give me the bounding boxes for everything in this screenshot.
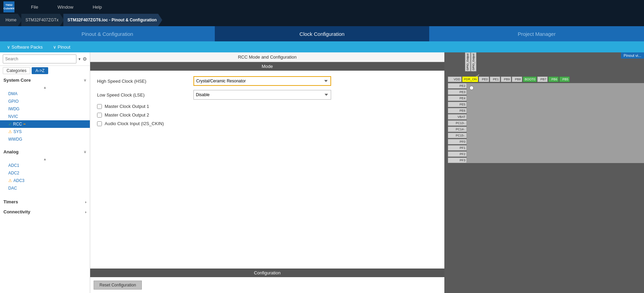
- sidebar-item-adc2[interactable]: ADC2: [0, 169, 90, 177]
- master-clock-2-label: Master Clock Output 2: [105, 112, 149, 118]
- tab-pinout[interactable]: Pinout & Configuration: [0, 26, 215, 41]
- sidebar-item-gpio[interactable]: GPIO: [0, 98, 90, 105]
- audio-clock-checkbox[interactable]: [97, 121, 102, 126]
- adc3-warning-icon: ⚠: [8, 178, 12, 183]
- sub-software-packs[interactable]: ∨ Software Packs: [7, 44, 43, 50]
- master-clock-1-checkbox[interactable]: [97, 104, 102, 109]
- connectivity-label: Connectivity: [3, 209, 30, 214]
- pin-boot0[interactable]: BOOT0: [523, 77, 537, 82]
- left-pin-pe2[interactable]: PE2: [448, 83, 467, 89]
- analog-arrow: ∨: [84, 150, 86, 154]
- breadcrumb-file[interactable]: STM32F407ZGT6.ioc - Pinout & Configurati…: [63, 14, 162, 26]
- sys-warning-icon: ⚠: [8, 129, 12, 134]
- left-pin-pf0[interactable]: PF0: [448, 139, 467, 144]
- hse-select[interactable]: Crystal/Ceramic Resonator Disable BYPASS…: [193, 76, 331, 86]
- scroll-up-arrow[interactable]: ▲: [0, 85, 90, 90]
- pin-pb6[interactable]: PB6: [548, 77, 559, 82]
- master-clock-1-label: Master Clock Output 1: [105, 104, 149, 109]
- mode-content: High Speed Clock (HSE) Crystal/Ceramic R…: [90, 71, 444, 135]
- section-connectivity[interactable]: Connectivity ›: [0, 208, 90, 216]
- left-pin-pe4[interactable]: PE4: [448, 95, 467, 101]
- section-timers[interactable]: Timers ›: [0, 198, 90, 206]
- left-pin-pf2[interactable]: PF2: [448, 151, 467, 157]
- tab-categories[interactable]: Categories: [3, 67, 30, 74]
- mode-bar: Mode: [90, 62, 444, 71]
- menu-help[interactable]: Help: [90, 3, 105, 11]
- sidebar-adc3-label: ADC3: [13, 178, 24, 183]
- breadcrumb-device[interactable]: STM32F407ZGTx: [21, 14, 64, 26]
- pinout-view-tab[interactable]: Pinout vi...: [621, 52, 644, 59]
- sidebar-item-iwdg[interactable]: IWDG: [0, 105, 90, 113]
- reset-config-button[interactable]: Reset Configuration: [94, 281, 142, 290]
- sidebar-item-dma[interactable]: DMA: [0, 90, 90, 98]
- gear-icon[interactable]: ⚙: [83, 56, 87, 62]
- tab-project[interactable]: Project Manager: [429, 26, 644, 41]
- menu-window[interactable]: Window: [55, 3, 76, 11]
- chip-left-pins: VDD PDR_ON PE0 PE1 PB9 PB8 BOOT0 PB7 PB6…: [444, 77, 644, 163]
- search-dropdown-icon[interactable]: ▼: [78, 57, 81, 61]
- sidebar-rcc-label: RCC: [13, 122, 22, 127]
- category-tabs: Categories A->Z: [0, 66, 90, 75]
- search-input[interactable]: [3, 54, 76, 63]
- left-pin-pc13[interactable]: PC13-.: [448, 120, 467, 126]
- breadcrumb-home-label[interactable]: Home: [0, 14, 22, 26]
- left-pin-pc15[interactable]: PC15-.: [448, 133, 467, 138]
- sidebar-item-adc1[interactable]: ADC1: [0, 162, 90, 169]
- pin-pe0[interactable]: PE0: [479, 77, 489, 82]
- left-pin-vbat[interactable]: VBAT: [448, 114, 467, 120]
- sidebar-item-wwdg[interactable]: WWDG: [0, 135, 90, 143]
- tab-az[interactable]: A->Z: [32, 67, 48, 74]
- left-pin-pf3[interactable]: PF3: [448, 158, 467, 163]
- content-title: RCC Mode and Configuration: [90, 52, 444, 62]
- config-bar: Configuration: [90, 269, 444, 277]
- section-analog[interactable]: Analog ∨: [0, 147, 90, 156]
- top-bar: TM32CubeMX File Window Help: [0, 0, 644, 14]
- pin-pdr-on[interactable]: PDR_ON: [462, 77, 478, 82]
- audio-clock-label: Audio Clock Input (I2S_CKIN): [105, 121, 164, 126]
- pin-pb7[interactable]: PB7: [537, 77, 548, 82]
- breadcrumb-home[interactable]: Home: [0, 14, 22, 26]
- sidebar-item-nvic[interactable]: NVIC: [0, 113, 90, 120]
- sidebar-item-dac[interactable]: DAC: [0, 184, 90, 192]
- top-pin-gpio1: GPIO_Output: [465, 52, 471, 71]
- tab-clock[interactable]: Clock Configuration: [215, 26, 430, 41]
- section-system-core[interactable]: System Core ∨: [0, 75, 90, 85]
- sub-pinout[interactable]: ∨ Pinout: [53, 44, 70, 50]
- pin-pb8[interactable]: PB8: [512, 77, 522, 82]
- config-content: Reset Configuration: [90, 277, 444, 293]
- chip-body-area: PE2 PE3 PE4 PE5 PE6 VBAT PC13-. PC14-. P…: [444, 83, 644, 163]
- pin-pb5[interactable]: PB5: [559, 77, 570, 82]
- sidebar-item-sys[interactable]: ⚠ SYS: [0, 128, 90, 135]
- chip-area: Pinout vi... GPIO_Output GPIO_Output ↙ V…: [444, 52, 644, 293]
- sidebar-item-rcc[interactable]: ✓ RCC: [0, 120, 90, 128]
- left-pin-pe3[interactable]: PE3: [448, 89, 467, 95]
- breadcrumb-device-label[interactable]: STM32F407ZGTx: [21, 14, 64, 26]
- left-pin-pf1[interactable]: PF1: [448, 145, 467, 151]
- tab-bar: Pinout & Configuration Clock Configurati…: [0, 26, 644, 41]
- menu-file[interactable]: File: [28, 3, 41, 11]
- sidebar: ▼ ⚙ Categories A->Z System Core ∨ ▲ DMA …: [0, 52, 90, 293]
- rcc-border-indicator: [23, 124, 25, 124]
- breadcrumb-file-label[interactable]: STM32F407ZGT6.ioc - Pinout & Configurati…: [63, 14, 162, 26]
- pin-pb9[interactable]: PB9: [501, 77, 511, 82]
- breadcrumb: Home STM32F407ZGTx STM32F407ZGT6.ioc - P…: [0, 14, 644, 26]
- connectivity-expand-icon: ›: [85, 210, 86, 214]
- pin-pe1[interactable]: PE1: [490, 77, 500, 82]
- logo-box: TM32CubeMX: [3, 1, 14, 12]
- sidebar-sys-label: SYS: [13, 129, 22, 134]
- sidebar-search-area: ▼ ⚙: [0, 52, 90, 66]
- lse-select[interactable]: Disable BYPASS Clock Source Crystal/Cera…: [193, 90, 331, 100]
- analog-title: Analog: [3, 149, 19, 154]
- pin-vdd[interactable]: VDD: [448, 77, 462, 82]
- left-pin-pc14[interactable]: PC14-.: [448, 127, 467, 132]
- master-clock-2-checkbox[interactable]: [97, 113, 102, 118]
- lse-label: Low Speed Clock (LSE): [97, 92, 193, 98]
- left-pin-pe5[interactable]: PE5: [448, 102, 467, 107]
- top-pin-gpio2: GPIO_Output: [471, 52, 476, 71]
- sidebar-item-adc3[interactable]: ⚠ ADC3: [0, 177, 90, 184]
- scroll-up-arrow-2[interactable]: ▲: [0, 156, 90, 162]
- audio-clock-row: Audio Clock Input (I2S_CKIN): [97, 121, 437, 126]
- left-pin-pe6[interactable]: PE6: [448, 108, 467, 113]
- left-pin-column: PE2 PE3 PE4 PE5 PE6 VBAT PC13-. PC14-. P…: [444, 83, 467, 163]
- hse-row: High Speed Clock (HSE) Crystal/Ceramic R…: [97, 76, 437, 86]
